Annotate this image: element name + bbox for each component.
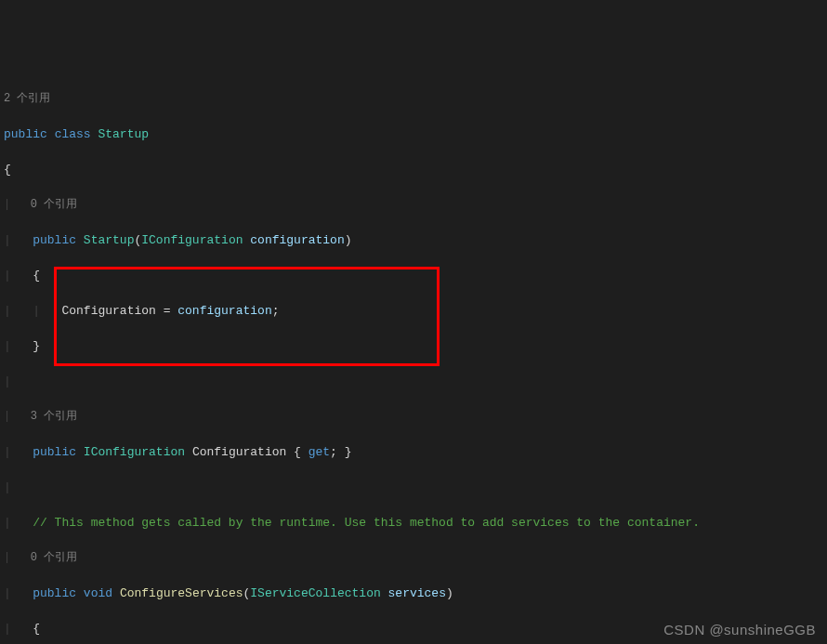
codelens-reference[interactable]: | 3 个引用 (4, 408, 823, 426)
code-editor[interactable]: 2 个引用 public class Startup { | 0 个引用 | p… (4, 72, 823, 644)
code-line: | } (4, 337, 823, 355)
code-line: | // This method gets called by the runt… (4, 514, 823, 532)
code-line: | { (4, 267, 823, 284)
code-line: | (4, 373, 823, 390)
code-line: { (4, 161, 823, 178)
codelens-reference[interactable]: | 0 个引用 (4, 549, 823, 567)
codelens-reference[interactable]: | 0 个引用 (4, 196, 823, 214)
code-line: | public IConfiguration Configuration { … (4, 443, 823, 461)
code-line: public class Startup (4, 125, 823, 143)
code-line: | public void ConfigureServices(IService… (4, 585, 823, 602)
code-line: | (4, 479, 823, 496)
code-line: | public Startup(IConfiguration configur… (4, 231, 823, 249)
code-line: | | Configuration = configuration; (4, 302, 823, 320)
codelens-reference[interactable]: 2 个引用 (4, 90, 823, 108)
watermark: CSDN @sunshineGGB (663, 621, 816, 638)
